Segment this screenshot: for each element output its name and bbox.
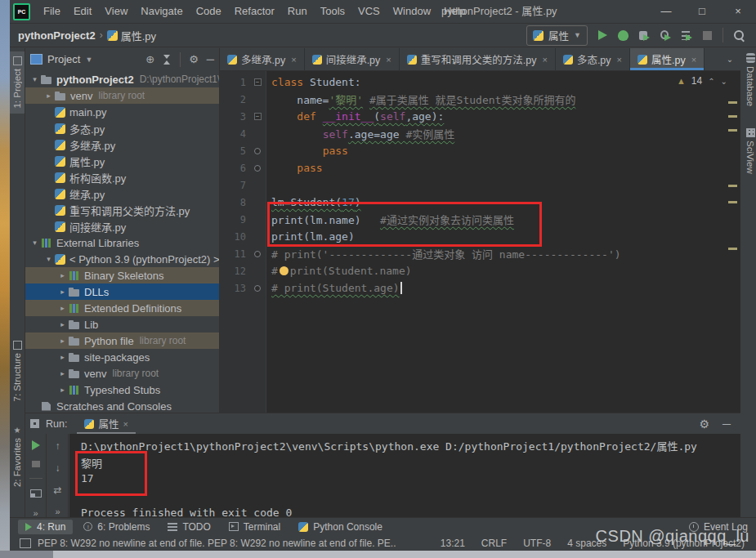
tree-item[interactable]: ▸Binary Skeletons	[25, 267, 219, 283]
rerun-button[interactable]	[32, 440, 40, 450]
menu-item-window[interactable]: Window	[387, 5, 437, 17]
settings-gear-icon[interactable]: ⚙	[700, 417, 710, 431]
scrollbar-warning-tick[interactable]	[728, 185, 737, 187]
close-icon[interactable]: ×	[291, 55, 296, 65]
breadcrumb-project[interactable]: pythonProject2	[18, 29, 96, 42]
toolwindow-button-todo[interactable]: TODO	[160, 520, 217, 534]
tree-item[interactable]: Scratches and Consoles	[25, 398, 219, 413]
stop-button[interactable]	[32, 461, 40, 467]
tree-item[interactable]: 间接继承.py	[25, 218, 219, 234]
intention-bulb-icon[interactable]	[280, 266, 289, 275]
locate-file-icon[interactable]: ⊕	[145, 53, 154, 65]
editor-tab[interactable]: 属性.py×	[630, 48, 705, 70]
fold-minus-icon[interactable]: −	[254, 78, 262, 86]
fold-marker-icon[interactable]	[251, 148, 264, 154]
scrollbar-warning-tick[interactable]	[728, 201, 737, 203]
chevron-down-icon[interactable]: ▼	[85, 56, 92, 64]
close-icon[interactable]: ×	[386, 55, 391, 65]
close-icon[interactable]: ×	[691, 55, 696, 65]
hide-panel-icon[interactable]: ─	[207, 53, 214, 65]
menu-item-tools[interactable]: Tools	[314, 5, 351, 17]
fold-marker-icon[interactable]	[251, 165, 264, 172]
close-icon[interactable]: ×	[617, 55, 622, 65]
tree-item[interactable]: ▸venvlibrary root	[25, 365, 219, 382]
status-item-1[interactable]: CRLF	[481, 538, 507, 549]
run-with-options-button[interactable]	[682, 30, 692, 41]
run-console[interactable]: D:\pythonProject1\pythonProject2\venv\Sc…	[69, 434, 740, 518]
run-tab[interactable]: 属性 ×	[77, 413, 135, 434]
run-with-coverage-button[interactable]	[639, 30, 650, 41]
project-panel-title[interactable]: Project	[47, 53, 80, 65]
tree-item[interactable]: ▸Python filelibrary root	[25, 333, 219, 349]
editor-tab[interactable]: 重写和调用父类的方法.py×	[400, 48, 556, 70]
toggle-toolwindows-icon[interactable]	[20, 538, 31, 548]
chevron-right-icon[interactable]: ▸	[42, 92, 55, 100]
scrollbar-warning-tick[interactable]	[728, 129, 737, 132]
menu-item-file[interactable]: File	[37, 5, 67, 17]
tool-stripe-structure[interactable]: 7: Structure	[10, 341, 25, 401]
settings-gear-icon[interactable]: ⚙	[189, 53, 199, 65]
menu-item-code[interactable]: Code	[190, 5, 228, 17]
tree-item[interactable]: ▸Typeshed Stubs	[25, 382, 219, 398]
editor-tab[interactable]: 多继承.py×	[220, 48, 305, 70]
toolwindow-button-terminal[interactable]: Terminal	[221, 520, 288, 534]
next-warning-icon[interactable]: ⌄	[721, 77, 727, 86]
editor-tab[interactable]: 多态.py×	[556, 48, 630, 70]
tree-item[interactable]: 多继承.py	[25, 136, 219, 153]
fold-circle-icon[interactable]	[254, 165, 261, 172]
tree-item[interactable]: ▸Lib	[25, 316, 219, 333]
menu-item-edit[interactable]: Edit	[67, 5, 98, 17]
chevron-right-icon[interactable]: ▸	[56, 369, 69, 377]
tool-stripe-sciview[interactable]: SciView	[743, 128, 756, 174]
search-everywhere-icon[interactable]	[734, 30, 745, 41]
fold-minus-icon[interactable]: −	[254, 113, 262, 120]
chevron-right-icon[interactable]: ▸	[56, 288, 69, 296]
profiler-button[interactable]	[660, 30, 671, 41]
tree-item[interactable]: 重写和调用父类的方法.py	[25, 202, 219, 218]
chevron-right-icon[interactable]: ▸	[56, 337, 69, 345]
chevron-right-icon[interactable]: ▸	[56, 271, 69, 279]
prev-warning-icon[interactable]: ⌃	[708, 77, 714, 86]
up-stack-trace-icon[interactable]: ↑	[56, 440, 60, 452]
inspection-widget[interactable]: ▲ 14 ⌃ ⌄	[677, 75, 727, 87]
fold-circle-icon[interactable]	[254, 251, 261, 257]
tool-stripe-database[interactable]: Database	[743, 53, 756, 106]
status-item-0[interactable]: 13:21	[441, 538, 465, 549]
tree-item[interactable]: ▾pythonProject2D:\pythonProject1\pythonP…	[25, 71, 219, 87]
status-item-2[interactable]: UTF-8	[523, 538, 551, 549]
fold-marker-icon[interactable]: −	[251, 78, 264, 86]
debug-button[interactable]	[618, 30, 629, 41]
soft-wrap-icon[interactable]: ⇄	[53, 484, 61, 496]
tree-item[interactable]: 多态.py	[25, 120, 219, 136]
down-stack-trace-icon[interactable]: ↓	[56, 462, 60, 474]
menu-item-navigate[interactable]: Navigate	[134, 5, 189, 17]
code-editor[interactable]: 1−class Student:2 name='黎明' #属于类属性 就是Stu…	[220, 71, 740, 413]
tree-item[interactable]: ▸venvlibrary root	[25, 87, 219, 104]
close-icon[interactable]: ×	[123, 419, 127, 429]
tool-stripe-project[interactable]: 1: Project	[10, 51, 25, 114]
tree-item[interactable]: ▾External Libraries	[25, 234, 219, 251]
chevron-right-icon[interactable]: ▸	[56, 304, 69, 312]
more-actions-icon[interactable]: »	[55, 507, 60, 516]
menu-item-vcs[interactable]: VCS	[351, 5, 387, 17]
menu-item-view[interactable]: View	[98, 5, 134, 17]
tree-item[interactable]: ▸DLLs	[25, 283, 219, 300]
tree-item[interactable]: main.py	[25, 104, 219, 120]
tree-item[interactable]: 继承.py	[25, 185, 219, 202]
toolwindow-button-python[interactable]: Python Console	[291, 520, 390, 534]
breadcrumb-file[interactable]: 属性.py	[121, 28, 156, 43]
collapse-all-icon[interactable]	[163, 55, 172, 65]
fold-marker-icon[interactable]: −	[251, 113, 264, 120]
run-button[interactable]	[598, 30, 607, 40]
stop-button[interactable]	[703, 31, 712, 40]
run-configuration-select[interactable]: 属性 ▼	[526, 25, 588, 46]
chevron-right-icon[interactable]: ▸	[56, 320, 69, 328]
minimize-button[interactable]: —	[648, 0, 684, 23]
tree-item[interactable]: ▾< Python 3.9 (pythonProject2) >	[25, 251, 219, 267]
close-button[interactable]: ×	[720, 0, 756, 23]
tree-item[interactable]: 属性.py	[25, 153, 219, 169]
fold-circle-icon[interactable]	[254, 285, 261, 292]
tabs-list-chevron-icon[interactable]: ⌄	[719, 48, 740, 70]
fold-marker-icon[interactable]	[251, 251, 264, 257]
tree-item[interactable]: ▸site-packages	[25, 349, 219, 365]
